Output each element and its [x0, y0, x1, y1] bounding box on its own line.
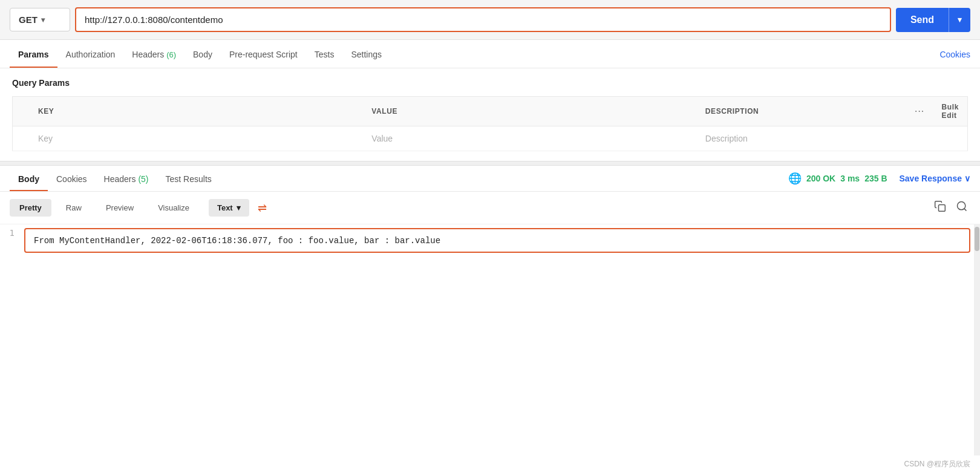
response-meta: 🌐 200 OK 3 ms 235 B Save Response ∨ [788, 172, 970, 185]
response-section: Body Cookies Headers (5) Test Results 🌐 … [0, 166, 980, 455]
response-size: 235 B [864, 174, 887, 183]
value-cell[interactable]: Value [363, 126, 696, 151]
code-line-1: 1 From MyContentHandler, 2022-02-06T16:1… [0, 224, 980, 256]
request-tabs: Params Authorization Headers (6) Body Pr… [0, 40, 980, 68]
text-dropdown-chevron-icon: ▾ [237, 203, 241, 212]
search-icon[interactable] [953, 198, 970, 218]
more-options-icon[interactable]: ··· [915, 107, 925, 116]
response-tabs-bar: Body Cookies Headers (5) Test Results 🌐 … [0, 166, 980, 192]
section-divider [0, 161, 980, 166]
col-value: VALUE [363, 97, 696, 126]
col-description: DESCRIPTION [697, 97, 907, 126]
params-table: KEY VALUE DESCRIPTION ··· Bulk Edit Key [12, 96, 968, 151]
tab-prerequest[interactable]: Pre-request Script [221, 40, 306, 68]
row-checkbox-cell [13, 126, 30, 151]
scrollbar-thumb [975, 227, 979, 251]
response-tab-headers[interactable]: Headers (5) [96, 166, 157, 191]
cookies-link[interactable]: Cookies [939, 40, 970, 68]
svg-point-1 [958, 202, 965, 210]
table-row: Key Value Description [13, 126, 968, 151]
save-response-button[interactable]: Save Response ∨ [900, 174, 971, 183]
word-wrap-icon[interactable]: ⇌ [258, 201, 267, 215]
response-headers-badge: (5) [138, 174, 148, 184]
tab-tests[interactable]: Tests [306, 40, 343, 68]
query-params-title: Query Params [12, 78, 968, 88]
headers-badge: (6) [166, 50, 176, 59]
text-format-dropdown[interactable]: Text ▾ [209, 199, 249, 217]
url-bar: GET ▾ http://127.0.0.1:8080/contentdemo … [0, 0, 980, 40]
save-response-chevron-icon: ∨ [964, 174, 970, 183]
response-tab-cookies[interactable]: Cookies [48, 166, 96, 191]
description-cell[interactable]: Description [697, 126, 907, 151]
format-pretty-button[interactable]: Pretty [10, 199, 51, 217]
send-button[interactable]: Send ▾ [896, 8, 970, 32]
tab-headers[interactable]: Headers (6) [123, 40, 185, 68]
response-tab-test-results[interactable]: Test Results [157, 166, 220, 191]
svg-rect-0 [939, 205, 946, 212]
method-selector[interactable]: GET ▾ [10, 8, 70, 31]
tab-params[interactable]: Params [10, 40, 57, 68]
query-params-section: Query Params KEY VALUE DESCRIPTION ··· B… [0, 68, 980, 161]
footer: CSDN @程序员欣宸 [0, 455, 980, 473]
col-checkbox [13, 97, 30, 126]
code-content: From MyContentHandler, 2022-02-06T16:18:… [34, 236, 440, 246]
key-cell[interactable]: Key [30, 126, 363, 151]
send-label: Send [896, 8, 949, 31]
svg-line-2 [964, 209, 967, 211]
response-time: 3 ms [840, 174, 860, 183]
scrollbar[interactable] [974, 224, 980, 455]
response-tab-body[interactable]: Body [10, 166, 48, 191]
format-preview-button[interactable]: Preview [96, 199, 143, 217]
format-bar: Pretty Raw Preview Visualize Text ▾ ⇌ [0, 192, 980, 224]
format-raw-button[interactable]: Raw [56, 199, 91, 217]
tab-body[interactable]: Body [185, 40, 221, 68]
method-chevron-icon: ▾ [41, 16, 45, 24]
code-area: 1 From MyContentHandler, 2022-02-06T16:1… [0, 224, 980, 455]
tab-authorization[interactable]: Authorization [57, 40, 124, 68]
line-number-1: 1 [0, 228, 24, 238]
footer-text: CSDN @程序员欣宸 [904, 460, 970, 468]
globe-icon: 🌐 [788, 172, 802, 185]
col-bulk-edit: Bulk Edit [933, 97, 968, 126]
response-status: 200 OK [806, 174, 835, 183]
col-key: KEY [30, 97, 363, 126]
send-chevron-icon: ▾ [949, 9, 970, 30]
code-content-box: From MyContentHandler, 2022-02-06T16:18:… [24, 228, 970, 253]
col-dots: ··· [907, 97, 933, 126]
url-input[interactable]: http://127.0.0.1:8080/contentdemo [75, 7, 891, 32]
method-label: GET [19, 15, 38, 25]
tab-settings[interactable]: Settings [342, 40, 390, 68]
format-visualize-button[interactable]: Visualize [148, 199, 199, 217]
copy-icon[interactable] [932, 198, 949, 218]
url-value: http://127.0.0.1:8080/contentdemo [85, 15, 223, 25]
